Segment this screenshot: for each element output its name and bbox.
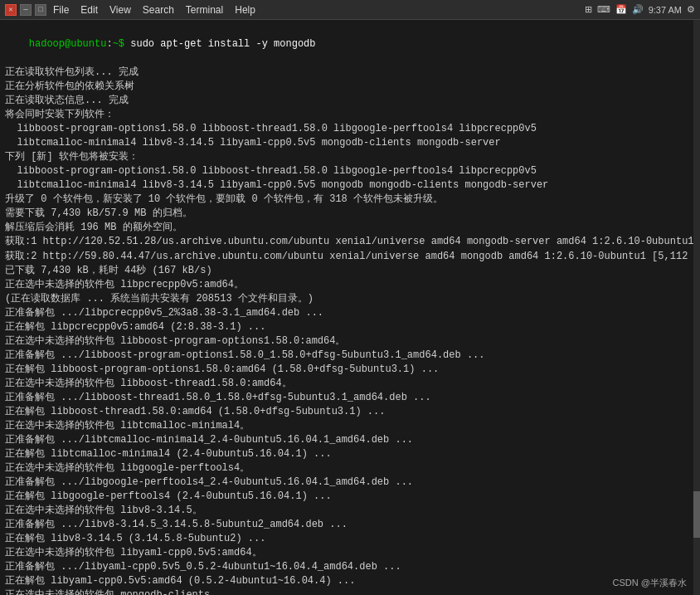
- maximize-button[interactable]: □: [35, 4, 46, 16]
- settings-icon[interactable]: ⚙: [687, 4, 695, 15]
- terminal-line: 正准备解包 .../libpcrecpp0v5_2%3a8.38-3.1_amd…: [5, 306, 695, 320]
- terminal-line: 正在选中未选择的软件包 libtcmalloc-minimal4。: [5, 419, 695, 433]
- title-bar: ✕ ─ □ File Edit View Search Terminal Hel…: [0, 0, 700, 20]
- terminal-line: 正准备解包 .../libboost-thread1.58.0_1.58.0+d…: [5, 391, 695, 405]
- terminal-line: 正在解包 libtcmalloc-minimal4 (2.4-0ubuntu5.…: [5, 447, 695, 461]
- title-bar-right: ⊞ ⌨ 📅 🔊 9:37 AM ⚙: [585, 4, 695, 15]
- menu-file[interactable]: File: [53, 4, 69, 16]
- terminal-line: 正在选中未选择的软件包 libboost-thread1.58.0:amd64。: [5, 377, 695, 391]
- terminal-line: libtcmalloc-minimal4 libv8-3.14.5 libyam…: [5, 178, 695, 193]
- close-button[interactable]: ✕: [5, 4, 17, 16]
- terminal-line: 获取:1 http://120.52.51.28/us.archive.ubun…: [5, 235, 695, 249]
- terminal-line: 正在解包 libboost-thread1.58.0:amd64 (1.58.0…: [5, 405, 695, 419]
- terminal-line: 下列 [新] 软件包将被安装：: [5, 150, 695, 164]
- menu-view[interactable]: View: [109, 4, 131, 16]
- title-bar-left: ✕ ─ □ File Edit View Search Terminal Hel…: [5, 4, 255, 16]
- terminal-line: libboost-program-options1.58.0 libboost-…: [5, 164, 695, 178]
- terminal-line: 正在选中未选择的软件包 libgoogle-perftools4。: [5, 461, 695, 476]
- terminal-line: 正准备解包 .../libtcmalloc-minimal4_2.4-0ubun…: [5, 433, 695, 447]
- terminal-window[interactable]: hadoop@ubuntu:~$ sudo apt-get install -y…: [0, 20, 700, 595]
- terminal-line: 正准备解包 .../libyaml-cpp0.5v5_0.5.2-4ubuntu…: [5, 560, 695, 574]
- audio-icon: 🔊: [632, 4, 644, 15]
- calendar-icon: 📅: [615, 4, 627, 15]
- terminal-line: libtcmalloc-minimal4 libv8-3.14.5 libyam…: [5, 136, 695, 150]
- terminal-line: 正在选中未选择的软件包 mongodb-clients。: [5, 588, 695, 595]
- terminal-line: 正在分析软件包的依赖关系树: [5, 80, 695, 94]
- terminal-line: libboost-program-options1.58.0 libboost-…: [5, 122, 695, 136]
- scrollbar-thumb[interactable]: [693, 491, 700, 537]
- scrollbar[interactable]: [693, 20, 700, 595]
- terminal-line: 正在解包 libpcrecpp0v5:amd64 (2:8.38-3.1) ..…: [5, 320, 695, 334]
- terminal-line: 正在选中未选择的软件包 libv8-3.14.5。: [5, 504, 695, 518]
- terminal-line: 正在读取状态信息... 完成: [5, 94, 695, 108]
- menu-edit[interactable]: Edit: [80, 4, 98, 16]
- menu-search[interactable]: Search: [143, 4, 174, 16]
- prompt-path: ~$: [113, 38, 124, 50]
- terminal-line: 获取:2 http://59.80.44.47/us.archive.ubunt…: [5, 250, 695, 264]
- menu-bar: File Edit View Search Terminal Help: [53, 4, 255, 16]
- terminal-line: 正准备解包 .../libv8-3.14.5_3.14.5.8-5ubuntu2…: [5, 518, 695, 532]
- command-line: hadoop@ubuntu:~$ sudo apt-get install -y…: [5, 23, 695, 66]
- terminal-line: 解压缩后会消耗 196 MB 的额外空间。: [5, 221, 695, 235]
- menu-terminal[interactable]: Terminal: [186, 4, 223, 16]
- prompt-username: hadoop@ubuntu: [29, 38, 107, 50]
- system-tray: ⊞ ⌨ 📅 🔊 9:37 AM ⚙: [585, 4, 695, 15]
- terminal-line: 需要下载 7,430 kB/57.9 MB 的归档。: [5, 207, 695, 221]
- terminal-output: 正在读取软件包列表... 完成正在分析软件包的依赖关系树正在读取状态信息... …: [5, 66, 695, 595]
- terminal-line: 正在选中未选择的软件包 libpcrecpp0v5:amd64。: [5, 278, 695, 292]
- terminal-line: 已下载 7,430 kB，耗时 44秒 (167 kB/s): [5, 264, 695, 278]
- terminal-line: 正在读取软件包列表... 完成: [5, 66, 695, 80]
- terminal-line: 正在解包 libv8-3.14.5 (3.14.5.8-5ubuntu2) ..…: [5, 532, 695, 546]
- watermark: CSDN @半溪春水: [613, 577, 687, 590]
- terminal-line: 将会同时安装下列软件：: [5, 108, 695, 122]
- keyboard-icon: ⌨: [597, 4, 610, 15]
- terminal-line: 正在选中未选择的软件包 libyaml-cpp0.5v5:amd64。: [5, 546, 695, 560]
- terminal-line: 正在解包 libyaml-cpp0.5v5:amd64 (0.5.2-4ubun…: [5, 574, 695, 588]
- prompt-separator: :: [106, 38, 112, 50]
- terminal-line: (正在读取数据库 ... 系统当前共安装有 208513 个文件和目录。): [5, 292, 695, 306]
- window-controls: ✕ ─ □: [5, 4, 46, 16]
- clock: 9:37 AM: [649, 5, 682, 15]
- terminal-line: 升级了 0 个软件包，新安装了 10 个软件包，要卸载 0 个软件包，有 318…: [5, 193, 695, 207]
- network-icon: ⊞: [585, 4, 592, 15]
- terminal-line: 正在解包 libboost-program-options1.58.0:amd6…: [5, 363, 695, 377]
- terminal-line: 正准备解包 .../libboost-program-options1.58.0…: [5, 349, 695, 363]
- minimize-button[interactable]: ─: [20, 4, 32, 16]
- command-text: sudo apt-get install -y mongodb: [124, 38, 315, 50]
- terminal-line: 正准备解包 .../libgoogle-perftools4_2.4-0ubun…: [5, 476, 695, 490]
- menu-help[interactable]: Help: [235, 4, 255, 16]
- terminal-line: 正在解包 libgoogle-perftools4 (2.4-0ubuntu5.…: [5, 490, 695, 504]
- terminal-line: 正在选中未选择的软件包 libboost-program-options1.58…: [5, 334, 695, 349]
